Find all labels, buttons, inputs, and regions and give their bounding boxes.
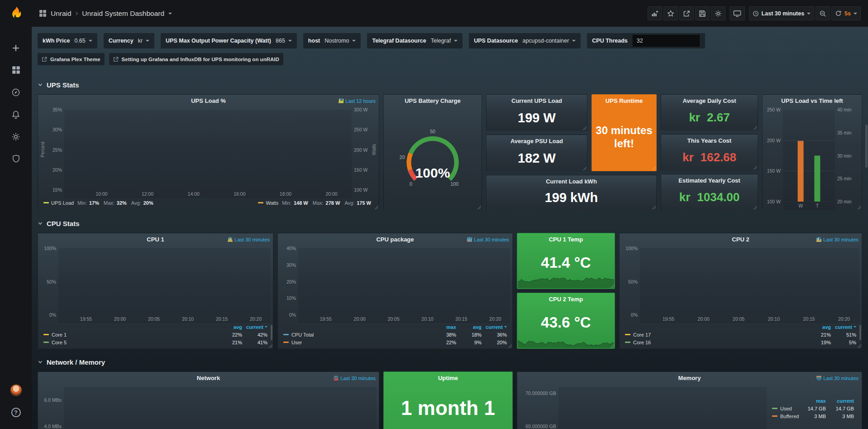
sidebar-item-create[interactable] [0,37,32,59]
sidebar-item-dashboards[interactable] [0,59,32,81]
legend-scrollbar-thumb[interactable] [271,325,272,340]
panel-time-override[interactable]: Last 30 minutes [467,233,509,246]
tv-mode-button[interactable] [730,6,745,20]
grafana-logo[interactable] [5,3,26,24]
variable-value-dropdown[interactable]: apcupsd-container [522,38,576,44]
panel-title[interactable]: Current Load kWh [486,175,656,188]
refresh-button[interactable]: 5s [831,6,861,20]
variable-value-dropdown[interactable]: kr [138,38,149,44]
panel-title[interactable]: CPU 1 Temp [517,233,615,246]
panel-title[interactable]: UPS Runtime [592,95,656,107]
sidebar-item-configuration[interactable] [0,125,32,148]
compass-icon [11,88,20,97]
plot-area[interactable]: 10:0012:0014:0016:0018:0020:00 [64,110,352,198]
series-swatch [625,342,630,343]
variable-currency: Currencykr [104,33,154,48]
save-button[interactable] [695,6,710,20]
sidebar-item-explore[interactable] [0,81,32,103]
section-header-network-memory[interactable]: Network / Memory [38,356,862,368]
legend-sort-current[interactable]: current [242,324,267,330]
legend-sort-max[interactable]: max [431,324,456,330]
legend-sort-current[interactable]: current [831,324,856,330]
legend-header: avgcurrent [625,323,856,331]
panel-time-override[interactable]: Last 30 minutes [816,372,858,384]
dashboard-link-grafana-plex-theme[interactable]: Grafana Plex Theme [38,53,105,65]
panel-title[interactable]: CPU 2 Temp [517,293,615,305]
panel-time-override[interactable]: Last 30 minutes [816,233,858,246]
legend-value: 9% [456,340,482,345]
breadcrumb-page[interactable]: Unraid System Dashboard [82,10,164,18]
zoom-out-button[interactable] [816,6,830,20]
variable-value-dropdown[interactable]: 865 [276,38,292,44]
legend-item-watts[interactable]: WattsMin:148 WMax:278 WAvg:175 W [258,200,373,206]
legend: avgcurrentCore 1721%51%Core 1619%5% [620,323,862,348]
panel-time-override[interactable]: Last 12 hours [339,95,376,107]
share-button[interactable] [679,6,694,20]
sidebar-item-profile[interactable] [0,379,32,401]
star-button[interactable] [663,6,678,20]
variable-value-dropdown[interactable]: Telegraf [431,38,458,44]
variable-value-dropdown[interactable]: 0.65 [74,38,92,44]
panel-title[interactable]: Uptime [384,372,512,384]
sort-caret-icon [504,326,507,329]
plot-area[interactable] [64,387,377,429]
variable-input-cpu-threads[interactable] [632,34,700,47]
legend-item-core-17[interactable]: Core 1721%51% [625,331,856,338]
legend-sort-max[interactable]: max [798,398,826,404]
share-icon [683,10,690,17]
gear-icon [11,132,20,141]
y-tick: 10% [286,295,296,301]
plot-area[interactable]: 19:5520:0020:0520:1020:1520:20 [58,248,271,323]
sidebar-item-alerting[interactable] [0,103,32,125]
plot-area[interactable]: WT [783,110,835,210]
bar-label-t: T [816,203,819,208]
sidebar-item-server-admin[interactable] [0,148,32,170]
panel-time-override[interactable]: Last 30 minutes [334,372,376,384]
legend-item-user[interactable]: User22%9%20% [283,338,507,346]
navbar-actions: Last 30 minutes 5s [648,6,861,20]
panel-title[interactable]: Memory [517,372,862,384]
time-range-picker[interactable]: Last 30 minutes [749,6,814,20]
legend-sort-current[interactable]: current [826,398,854,404]
panel-title[interactable]: UPS Load vs Time left [763,95,862,107]
sidebar-item-help[interactable]: ? [0,401,32,424]
legend-sort-avg[interactable]: avg [806,324,831,330]
legend-item-core-16[interactable]: Core 1619%5% [625,338,856,346]
legend-scrollbar-thumb[interactable] [859,325,861,340]
variable-label: UPS Datasource [474,38,518,44]
legend-item-ups-load[interactable]: UPS LoadMin:17%Max:32%Avg:20% [43,200,156,206]
panel-title[interactable]: Average PSU Load [486,135,587,147]
panel-title[interactable]: Estimated Yearly Cost [661,174,758,187]
legend-item-cpu-total[interactable]: CPU Total38%18%36% [283,331,507,338]
legend-sort-avg[interactable]: avg [456,324,482,330]
panel-title[interactable]: Current UPS Load [486,95,587,107]
breadcrumb-app[interactable]: Unraid [51,10,72,18]
section-header-ups-stats[interactable]: UPS Stats [38,79,862,91]
panel-title[interactable]: UPS Load % [38,95,379,107]
section-header-cpu-stats[interactable]: CPU Stats [38,217,862,229]
chevron-down-icon[interactable] [168,13,172,16]
chevron-down-icon [146,40,149,43]
variable-value-dropdown[interactable]: Nostromo [324,38,356,44]
dashboard-link-setting-up-grafana-and-influxd[interactable]: Setting up Grafana and InfluxDB for UPS … [109,53,283,65]
panel-time-override[interactable]: Last 30 minutes [228,233,270,246]
panel-title[interactable]: UPS Battery Charge [384,95,482,107]
panel-title[interactable]: Average Daily Cost [661,95,758,107]
panel-title[interactable]: This Years Cost [661,135,758,147]
legend-item-buffered[interactable]: Buffered3 MB3 MB [772,412,854,420]
y-axis-title-right: Watts [371,110,377,198]
dashboard-settings-button[interactable] [711,6,725,20]
page-scrollbar-thumb[interactable] [865,125,868,168]
legend-sort-avg[interactable]: avg [217,324,242,330]
add-panel-button[interactable] [648,6,662,20]
variable-cpu-threads: CPU Threads [587,33,705,48]
plot-area[interactable] [558,387,767,429]
plot-area[interactable]: 19:5520:0020:0520:1020:1520:20 [640,248,859,323]
plot-area[interactable]: 19:5520:0020:0520:1020:1520:20 [298,248,510,323]
panel-title[interactable]: Network [38,372,379,384]
legend-sort-current[interactable]: current [482,324,507,330]
legend-item-core-1[interactable]: Core 122%42% [43,331,267,338]
legend-item-used[interactable]: Used14.7 GB14.7 GB [772,405,854,412]
y-tick: 0% [289,312,296,318]
legend-item-core-5[interactable]: Core 521%41% [43,338,267,346]
